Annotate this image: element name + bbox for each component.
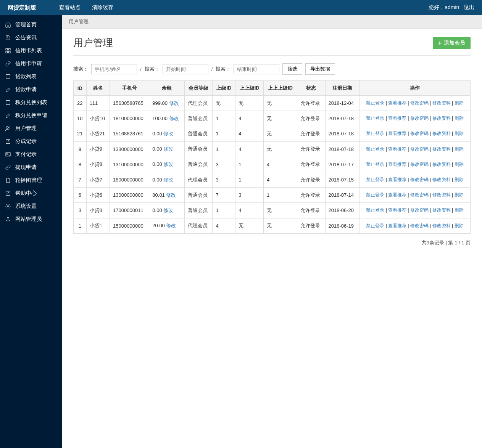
modify-link[interactable]: 修改 <box>163 131 173 136</box>
op-link[interactable]: 修改密码 <box>410 100 429 106</box>
cell-name: 小贷1 <box>86 218 110 233</box>
modify-link[interactable]: 修改 <box>163 207 173 213</box>
search-input[interactable] <box>91 64 137 74</box>
op-link[interactable]: 修改资料 <box>432 146 451 152</box>
op-link[interactable]: 删除 <box>455 177 464 182</box>
op-link[interactable]: 禁止登录 <box>366 162 384 167</box>
modify-link[interactable]: 修改 <box>163 146 173 152</box>
sidebar-item-3[interactable]: 信用卡申请 <box>0 57 62 70</box>
cell-date: 2018-07-18 <box>325 141 359 157</box>
logout-link[interactable]: 退出 <box>464 4 474 10</box>
cell-balance: 20.00 修改 <box>149 218 184 233</box>
sidebar-item-14[interactable]: 系统设置 <box>0 200 62 213</box>
sidebar-item-2[interactable]: 信用卡列表 <box>0 44 62 57</box>
sidebar-item-6[interactable]: 积分兑换列表 <box>0 96 62 109</box>
sidebar-item-13[interactable]: 帮助中心 <box>0 187 62 200</box>
op-link[interactable]: 禁止登录 <box>366 116 384 121</box>
op-link[interactable]: 删除 <box>455 116 464 121</box>
op-link[interactable]: 禁止登录 <box>366 223 384 228</box>
svg-point-7 <box>8 127 10 128</box>
sidebar-item-4[interactable]: 贷款列表 <box>0 70 62 83</box>
op-link[interactable]: 删除 <box>455 100 464 106</box>
op-link[interactable]: 禁止登录 <box>366 131 384 136</box>
square-icon <box>5 73 11 80</box>
sidebar-item-8[interactable]: 用户管理 <box>0 122 62 135</box>
op-link[interactable]: 修改资料 <box>432 100 451 106</box>
op-link[interactable]: 修改密码 <box>410 192 429 198</box>
op-link[interactable]: 删除 <box>455 162 464 167</box>
op-link[interactable]: 查看推荐 <box>388 131 406 136</box>
filter-row: 搜索： / 搜索： / 搜索： 筛选 导出数据 <box>73 63 471 75</box>
op-link[interactable]: 查看推荐 <box>388 162 406 167</box>
cell-p3: 4 <box>264 172 297 187</box>
op-link[interactable]: 删除 <box>455 192 464 198</box>
modify-link[interactable]: 修改 <box>169 100 179 106</box>
sidebar-item-5[interactable]: 贷款申请 <box>0 83 62 96</box>
modify-link[interactable]: 修改 <box>163 177 173 183</box>
op-link[interactable]: 修改密码 <box>410 116 429 121</box>
sidebar-item-11[interactable]: 提现申请 <box>0 161 62 174</box>
sidebar-item-12[interactable]: 轮播图管理 <box>0 174 62 187</box>
op-link[interactable]: 修改资料 <box>432 177 451 182</box>
cell-balance: 100.00 修改 <box>149 111 184 126</box>
cell-level: 代理会员 <box>184 172 213 187</box>
op-link[interactable]: 修改资料 <box>432 192 451 198</box>
modify-link[interactable]: 修改 <box>169 116 179 121</box>
op-link[interactable]: 修改密码 <box>410 177 429 182</box>
op-link[interactable]: 删除 <box>455 131 464 136</box>
sidebar-item-1[interactable]: 公告资讯 <box>0 31 62 44</box>
op-link[interactable]: 禁止登录 <box>366 192 384 198</box>
op-link[interactable]: 禁止登录 <box>366 207 384 213</box>
sidebar-item-9[interactable]: 分成记录 <box>0 135 62 148</box>
add-member-button[interactable]: + 添加会员 <box>433 37 471 49</box>
sidebar-item-15[interactable]: 网站管理员 <box>0 213 62 226</box>
op-link[interactable]: 查看推荐 <box>388 146 406 152</box>
cell-ops: 禁止登录 | 查看推荐 | 修改密码 | 修改资料 | 删除 <box>359 141 470 157</box>
op-link[interactable]: 修改资料 <box>432 223 451 228</box>
sidebar-item-label: 管理首页 <box>15 21 37 28</box>
op-link[interactable]: 删除 <box>455 223 464 228</box>
sidebar-item-0[interactable]: 管理首页 <box>0 18 62 31</box>
cell-level: 普通会员 <box>184 203 213 218</box>
op-link[interactable]: 修改密码 <box>410 146 429 152</box>
op-link[interactable]: 修改密码 <box>410 207 429 213</box>
op-link[interactable]: 禁止登录 <box>366 177 384 182</box>
op-link[interactable]: 修改密码 <box>410 223 429 228</box>
export-button[interactable]: 导出数据 <box>305 63 335 75</box>
op-link[interactable]: 删除 <box>455 146 464 152</box>
modify-link[interactable]: 修改 <box>166 223 176 228</box>
cell-balance: 80.01 修改 <box>149 188 184 203</box>
start-time-input[interactable] <box>163 64 208 74</box>
edit-icon <box>5 86 11 93</box>
sidebar-item-7[interactable]: 积分兑换申请 <box>0 109 62 122</box>
filter-button[interactable]: 筛选 <box>282 63 302 75</box>
op-link[interactable]: 禁止登录 <box>366 100 384 106</box>
column-header: 状态 <box>297 81 325 96</box>
op-link[interactable]: 修改资料 <box>432 207 451 213</box>
end-time-input[interactable] <box>234 64 279 74</box>
op-link[interactable]: 修改密码 <box>410 131 429 136</box>
op-link[interactable]: 查看推荐 <box>388 223 406 228</box>
external-icon <box>5 138 11 145</box>
cell-p2: 无 <box>235 218 264 233</box>
op-link[interactable]: 修改资料 <box>432 116 451 121</box>
op-link[interactable]: 查看推荐 <box>388 207 406 213</box>
modify-link[interactable]: 修改 <box>166 192 176 198</box>
op-link[interactable]: 修改密码 <box>410 162 429 167</box>
table-row: 10小贷1018100000000100.00 修改普通会员14无允许登录201… <box>74 111 471 126</box>
op-link[interactable]: 查看推荐 <box>388 116 406 121</box>
op-link[interactable]: 查看推荐 <box>388 100 406 106</box>
clear-cache-link[interactable]: 清除缓存 <box>92 4 113 11</box>
op-link[interactable]: 查看推荐 <box>388 192 406 198</box>
op-link[interactable]: 修改资料 <box>432 162 451 167</box>
op-link[interactable]: 删除 <box>455 207 464 213</box>
op-link[interactable]: 禁止登录 <box>366 146 384 152</box>
op-link[interactable]: 查看推荐 <box>388 177 406 182</box>
sidebar-item-10[interactable]: 支付记录 <box>0 148 62 161</box>
cell-status: 允许登录 <box>297 126 325 141</box>
view-site-link[interactable]: 查看站点 <box>59 4 81 11</box>
modify-link[interactable]: 修改 <box>163 161 173 167</box>
op-link[interactable]: 修改资料 <box>432 131 451 136</box>
home-icon <box>5 21 11 28</box>
cell-name: 111 <box>86 96 110 111</box>
